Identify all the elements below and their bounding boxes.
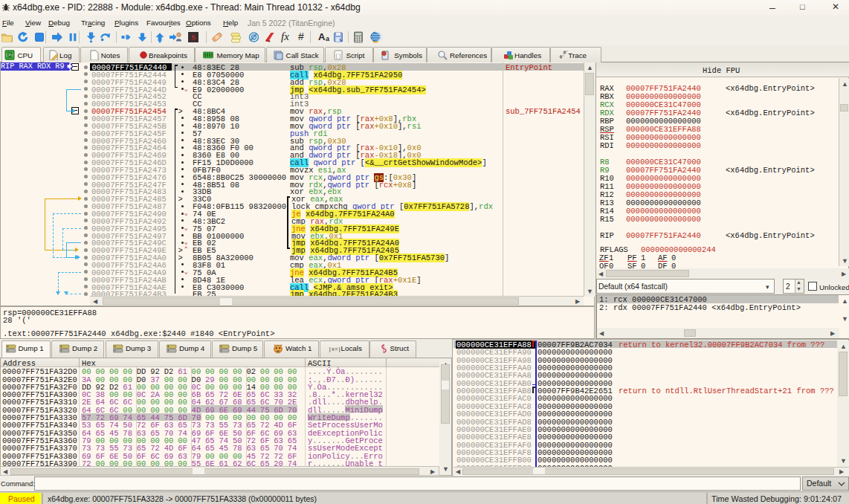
svg-text:CPU: CPU [6,54,13,57]
svg-text:S: S [191,33,196,42]
svg-text:(): () [335,53,341,59]
